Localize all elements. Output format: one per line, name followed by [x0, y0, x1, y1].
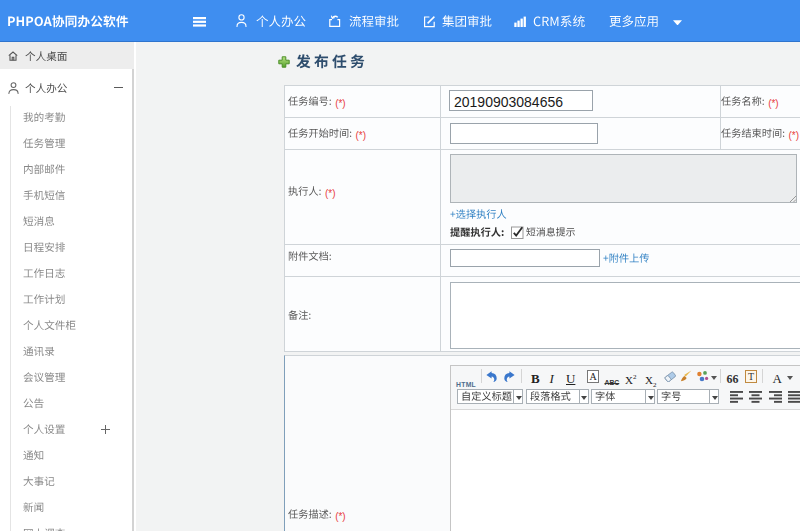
svg-text:A: A — [589, 371, 597, 382]
svg-text:T: T — [748, 371, 754, 382]
